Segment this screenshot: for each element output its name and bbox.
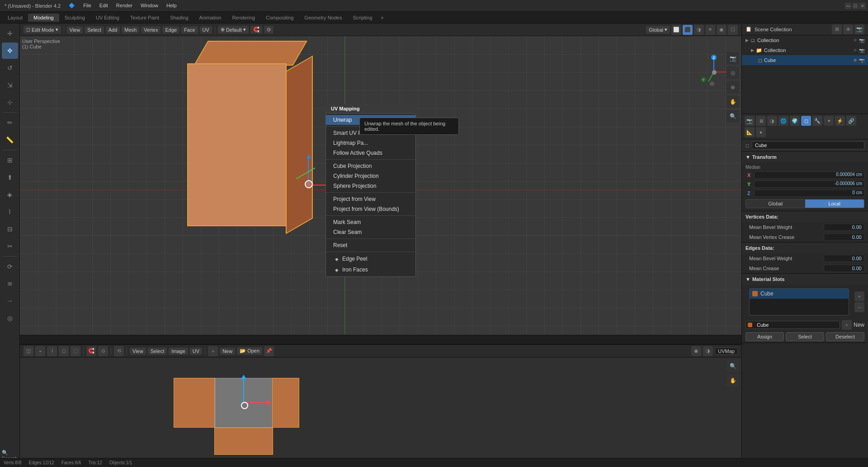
viewport-menu-view[interactable]: View — [67, 26, 83, 33]
tool-rotate[interactable]: ↺ — [2, 60, 18, 76]
prop-icon-modifier[interactable]: 🔧 — [812, 116, 822, 126]
outliner-render-icon[interactable]: 📷 — [854, 24, 864, 34]
uv-sync-button[interactable]: ⟲ — [114, 346, 124, 356]
uv-menu-lightmap[interactable]: Lightmap Pa... — [326, 138, 415, 148]
uv-new-button[interactable]: New — [220, 348, 235, 355]
tool-bevel[interactable]: ⌇ — [2, 204, 18, 220]
tool-extrude[interactable]: ⬆ — [2, 169, 18, 186]
tool-smooth[interactable]: ≋ — [2, 276, 18, 292]
uv-shading-toggle[interactable]: ◑ — [703, 346, 713, 356]
menu-edit[interactable]: Edit — [96, 2, 112, 10]
menu-file[interactable]: File — [80, 2, 95, 10]
vd-mean-bevel-weight-value[interactable]: 0.00 — [824, 224, 864, 231]
prop-icon-data[interactable]: 📐 — [745, 127, 755, 137]
prop-icon-render[interactable]: 📷 — [745, 116, 755, 126]
outliner-item-cube[interactable]: ◻ Cube 👁 📷 — [742, 55, 868, 65]
uv-snap-button[interactable]: 🧲 — [86, 346, 96, 356]
cube-visible-icon[interactable]: 👁 — [853, 58, 858, 63]
edit-mode-dropdown[interactable]: ◻ Edit Mode ▾ — [24, 26, 61, 33]
tool-scale[interactable]: ⇲ — [2, 77, 18, 93]
tab-uv-editing[interactable]: UV Editing — [90, 14, 125, 22]
x-value[interactable]: 0.000004 cm — [754, 172, 864, 179]
material-header[interactable]: ▼ Material Slots — [742, 274, 868, 285]
tab-rendering[interactable]: Rendering — [226, 14, 260, 22]
material-add-slot[interactable]: + — [854, 291, 864, 301]
gizmo-z-dot[interactable]: Z — [711, 55, 717, 60]
uv-menu-cube-projection[interactable]: Cube Projection — [326, 161, 415, 171]
viewport-shading-solid[interactable]: ⬛ — [683, 25, 693, 35]
prop-icon-view-layer[interactable]: ◑ — [767, 116, 777, 126]
transform-header[interactable]: ▼ Transform — [742, 152, 868, 162]
viewport-menu-select[interactable]: Select — [85, 26, 104, 33]
uv-menu-cylinder-projection[interactable]: Cylinder Projection — [326, 171, 415, 181]
prop-icon-particles[interactable]: ✦ — [824, 116, 834, 126]
uv-face-select[interactable]: ◻ — [59, 346, 69, 356]
tool-measure[interactable]: 📏 — [2, 132, 18, 148]
close-button[interactable]: × — [859, 3, 866, 9]
y-value[interactable]: -0.000006 cm — [754, 181, 864, 188]
cube-render-icon[interactable]: 📷 — [859, 58, 864, 63]
tool-move[interactable]: ✥ — [2, 43, 18, 59]
tool-loop-cut[interactable]: ⊟ — [2, 221, 18, 237]
tab-layout[interactable]: Layout — [2, 14, 28, 22]
uv-proportional[interactable]: ⊙ — [98, 346, 108, 356]
tool-select-cursor[interactable]: ✛ — [2, 25, 18, 42]
viewport-menu-vertex[interactable]: Vertex — [141, 26, 160, 33]
vd-mean-vertex-crease-value[interactable]: 0.00 — [824, 234, 864, 241]
viewport-menu-mesh[interactable]: Mesh — [122, 26, 139, 33]
tab-geometry-nodes[interactable]: Geometry Nodes — [299, 14, 347, 22]
uv-menu-smart-uv[interactable]: Smart UV Pr... — [326, 128, 415, 138]
global-button[interactable]: Global — [746, 200, 805, 208]
add-workspace-button[interactable]: + — [377, 13, 387, 22]
uv-menu-follow-active[interactable]: Follow Active Quads — [326, 148, 415, 158]
uv-overlay-toggle[interactable]: ◉ — [691, 346, 701, 356]
tool-inset[interactable]: ◈ — [2, 186, 18, 203]
tab-texture-paint[interactable]: Texture Paint — [125, 14, 165, 22]
uv-pan-button[interactable]: ✋ — [726, 374, 739, 387]
object-name-field[interactable] — [752, 141, 864, 149]
uv-menu-select[interactable]: Select — [148, 348, 167, 355]
tool-edge-slide[interactable]: → — [2, 293, 18, 309]
tab-animation[interactable]: Animation — [194, 14, 227, 22]
proportional-edit[interactable]: ⊙ — [264, 26, 274, 33]
z-value[interactable]: 0 cm — [754, 190, 864, 197]
prop-icon-constraints[interactable]: 🔗 — [846, 116, 856, 126]
viewport-menu-face[interactable]: Face — [181, 26, 198, 33]
menu-blender[interactable]: 🔷 — [65, 2, 79, 10]
local-button[interactable]: Local — [805, 200, 864, 208]
uv-search-button[interactable]: 🔍 — [726, 360, 739, 372]
viewport-shading-render[interactable]: ☀ — [705, 25, 715, 35]
viewport-menu-edge[interactable]: Edge — [162, 26, 179, 33]
uv-island-select[interactable]: ⬚ — [71, 346, 80, 356]
tab-compositing[interactable]: Compositing — [260, 14, 299, 22]
orientation-dropdown[interactable]: ⊕ Default ▾ — [218, 26, 249, 33]
global-snap-dropdown[interactable]: Global ▾ — [646, 26, 670, 33]
outliner-item-scene-collection[interactable]: ▶ 🗂 Collection 👁 📷 — [742, 35, 868, 45]
viewport-menu-add[interactable]: Add — [106, 26, 120, 33]
transform-widget[interactable] — [241, 113, 287, 158]
material-remove-slot[interactable]: − — [854, 302, 864, 312]
uv-vert-select[interactable]: • — [35, 346, 45, 356]
uv-menu-project-from-view-bounds[interactable]: Project from View (Bounds) — [326, 204, 415, 214]
material-new-button[interactable]: + — [842, 320, 852, 330]
outliner-item-collection[interactable]: ▶ 📁 Collection 👁 📷 — [742, 45, 868, 55]
assign-button[interactable]: Assign — [745, 332, 784, 341]
transform-center[interactable] — [305, 180, 313, 188]
material-slot-item[interactable]: Cube — [750, 289, 849, 299]
maximize-button[interactable]: □ — [852, 3, 859, 9]
view-camera-tool[interactable]: 📷 — [726, 52, 739, 65]
tool-spin[interactable]: ⟳ — [2, 258, 18, 275]
outliner-filter-icon[interactable]: ⊞ — [832, 24, 842, 34]
tool-shrink-flatten[interactable]: ◎ — [2, 310, 18, 326]
uv-menu-reset[interactable]: Reset — [326, 240, 415, 250]
material-new-label[interactable]: New — [854, 322, 864, 328]
minimize-button[interactable]: — — [845, 3, 851, 9]
tab-shading[interactable]: Shading — [165, 14, 193, 22]
gizmo-y-dot[interactable]: Y — [701, 77, 706, 82]
ed-mean-crease-value[interactable]: 0.00 — [824, 265, 864, 272]
uv-menu-image[interactable]: Image — [169, 348, 188, 355]
viewport-menu-uv[interactable]: UV — [200, 26, 212, 33]
tool-add-cube[interactable]: ⊞ — [2, 152, 18, 168]
snap-toggle[interactable]: 🧲 — [250, 26, 262, 33]
menu-window[interactable]: Window — [137, 2, 162, 10]
